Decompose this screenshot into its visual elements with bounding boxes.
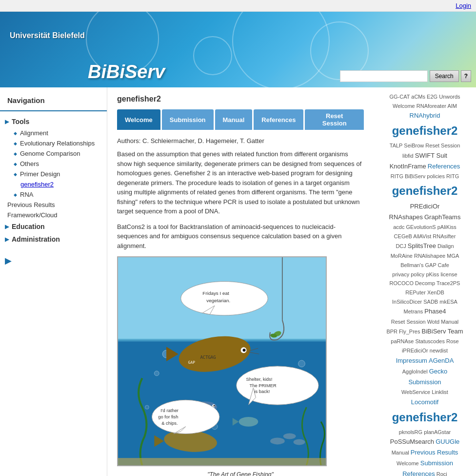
tag-license[interactable]: license bbox=[440, 271, 457, 277]
tag-splitstree[interactable]: SplitsTree bbox=[408, 242, 436, 249]
tag-previousresults[interactable]: Previous Results bbox=[411, 449, 458, 456]
tag-ipredicior[interactable]: iPREdiciOr bbox=[402, 348, 428, 353]
tag-gevolutions[interactable]: GEvolutionS bbox=[406, 224, 436, 230]
sidebar-item-administration[interactable]: ▶ Administration bbox=[0, 233, 107, 246]
tab-welcome[interactable]: Welcome bbox=[117, 109, 160, 130]
tag-gecko[interactable]: Gecko bbox=[429, 368, 448, 375]
sidebar-item-primer[interactable]: ◆ Primer Design bbox=[0, 169, 107, 179]
tag-reputer[interactable]: REPuter bbox=[405, 290, 426, 295]
tag-rococo[interactable]: ROCOCO bbox=[390, 280, 414, 286]
tag-libfid[interactable]: libfid bbox=[402, 153, 414, 159]
help-button[interactable]: ? bbox=[461, 70, 471, 82]
tag-rnashapes[interactable]: RNAshapes bbox=[389, 213, 423, 221]
tag-palikiss[interactable]: pAliKiss bbox=[437, 224, 456, 230]
tag-phase4[interactable]: Phase4 bbox=[424, 308, 446, 315]
tag-newdist[interactable]: newdist bbox=[430, 348, 448, 353]
sidebar-item-genefisher[interactable]: genefisher2 bbox=[0, 179, 107, 189]
tag-e2g[interactable]: E2G bbox=[427, 94, 437, 100]
tag-genefisher3[interactable]: genefisher2 bbox=[392, 411, 458, 424]
sidebar-item-genome[interactable]: ◆ Genome Comparison bbox=[0, 148, 107, 159]
sidebar-item-framework[interactable]: Framework/Cloud bbox=[0, 210, 107, 220]
sidebar-expand-button[interactable]: ▶ bbox=[0, 246, 107, 269]
tag-resetsession2[interactable]: Reset Session bbox=[391, 319, 426, 325]
tag-dcj[interactable]: DCJ bbox=[396, 243, 406, 249]
tag-bellmans[interactable]: Bellman's GAP Cafe bbox=[400, 262, 449, 268]
tag-knotinframe[interactable]: KnotInFrame bbox=[390, 163, 426, 170]
tag-pknolsrg[interactable]: pknolsRG bbox=[399, 429, 422, 435]
tag-decomp[interactable]: Decomp bbox=[415, 280, 435, 286]
tag-welcome1[interactable]: Welcome bbox=[393, 103, 415, 109]
tag-genefisher2[interactable]: genefisher2 bbox=[392, 184, 458, 197]
tag-seibrow[interactable]: SeiBrow bbox=[404, 143, 424, 148]
tag-rnalishapee[interactable]: RNAlishapee bbox=[414, 253, 445, 259]
sidebar-item-tools[interactable]: ▶ Tools bbox=[0, 115, 107, 128]
tag-roci[interactable]: Roci bbox=[436, 471, 447, 476]
tag-manual2[interactable]: Manual bbox=[392, 450, 409, 455]
tag-allavist[interactable]: AllAVist bbox=[413, 233, 431, 239]
tag-predicior1[interactable]: PREdiciOr bbox=[410, 203, 440, 210]
tag-swiftsuit[interactable]: SWIFT Suit bbox=[415, 152, 447, 159]
tag-ggcat[interactable]: GG-CAT bbox=[389, 94, 410, 100]
tag-cegeb[interactable]: CEGeB bbox=[394, 233, 412, 239]
tag-agglomodel[interactable]: AggloIndel bbox=[402, 369, 428, 374]
tab-submission[interactable]: Submission bbox=[162, 109, 214, 130]
tag-mkesa[interactable]: mkESA bbox=[439, 299, 457, 305]
tag-locomotif[interactable]: Locomotif bbox=[411, 398, 438, 406]
tag-bibiserv-team[interactable]: BiBiServ Team bbox=[422, 328, 463, 335]
tag-graphteams[interactable]: GraphTeams bbox=[424, 213, 460, 221]
tag-possumsearch1[interactable]: PoSSuMsearch bbox=[390, 438, 434, 445]
tag-bibiserv-policies[interactable]: BiBiServ policies bbox=[405, 173, 445, 179]
tag-statuscodes[interactable]: Statuscodes bbox=[415, 338, 445, 344]
tag-moraine[interactable]: MoRAine bbox=[391, 253, 413, 259]
tag-rose[interactable]: Rose bbox=[446, 338, 459, 344]
tag-aim[interactable]: AIM bbox=[447, 103, 457, 109]
search-input[interactable] bbox=[340, 70, 428, 82]
tag-references2[interactable]: References bbox=[402, 470, 435, 476]
tag-rnahybrid[interactable]: RNAhybrid bbox=[410, 112, 440, 119]
tag-welcome2[interactable]: Welcome bbox=[397, 460, 419, 466]
tab-reset-session[interactable]: Reset Session bbox=[305, 109, 364, 130]
sidebar-item-rna[interactable]: ◆ RNA bbox=[0, 189, 107, 200]
tag-bpr[interactable]: BPR bbox=[386, 329, 397, 334]
tag-references1[interactable]: References bbox=[428, 163, 460, 170]
tag-submission2[interactable]: Submission bbox=[420, 459, 453, 467]
tag-unwords[interactable]: Unwords bbox=[439, 94, 460, 100]
sidebar-item-others[interactable]: ◆ Others bbox=[0, 159, 107, 169]
tag-agendа[interactable]: AGenDA bbox=[429, 357, 454, 364]
tag-ritg2[interactable]: RITG bbox=[446, 173, 459, 179]
tag-sadb[interactable]: SADB bbox=[423, 299, 438, 305]
tag-wotd[interactable]: Wotd bbox=[427, 319, 439, 325]
tag-rnasifter[interactable]: RNAsifter bbox=[433, 233, 456, 239]
tag-manual1[interactable]: Manual bbox=[441, 319, 458, 325]
tag-ritg1[interactable]: RITG bbox=[391, 173, 403, 179]
tag-impressum[interactable]: Impressum bbox=[396, 357, 427, 364]
tag-metrans[interactable]: Metrans bbox=[404, 309, 423, 314]
tag-xendb[interactable]: XenDB bbox=[427, 290, 444, 295]
tag-privacypolicy[interactable]: privacy policy bbox=[392, 271, 424, 277]
login-link[interactable]: Login bbox=[456, 2, 471, 9]
tab-references[interactable]: References bbox=[254, 109, 303, 130]
tag-acms[interactable]: aCMs bbox=[411, 94, 425, 100]
tag-guugle[interactable]: GUUGle bbox=[436, 438, 459, 445]
tag-insilicodicer[interactable]: InSilicoDicer bbox=[392, 299, 422, 305]
tag-pkiss[interactable]: pKiss bbox=[426, 271, 439, 277]
tag-dialign[interactable]: Dialign bbox=[437, 243, 454, 249]
tag-talp[interactable]: TALP bbox=[390, 143, 403, 148]
search-button[interactable]: Search bbox=[430, 70, 459, 82]
tag-trace2ps[interactable]: Trace2PS bbox=[436, 280, 460, 286]
tag-parnase[interactable]: paRNAse bbox=[391, 338, 414, 344]
tab-manual[interactable]: Manual bbox=[215, 109, 253, 130]
sidebar-item-evolutionary[interactable]: ◆ Evolutionary Relationships bbox=[0, 138, 107, 148]
tag-resetsession1[interactable]: Reset Session bbox=[425, 143, 460, 148]
sidebar-item-education[interactable]: ▶ Education bbox=[0, 220, 107, 233]
tag-planagstar[interactable]: planAGstar bbox=[424, 429, 451, 435]
tag-genefisher1[interactable]: genefisher2 bbox=[392, 124, 458, 137]
sidebar-item-alignment[interactable]: ◆ Alignment bbox=[0, 128, 107, 138]
tag-acdc[interactable]: acdc bbox=[393, 224, 404, 230]
sidebar-item-previous[interactable]: Previous Results bbox=[0, 200, 107, 210]
tag-webservice[interactable]: WebService Linklist bbox=[401, 389, 448, 395]
tag-flypres[interactable]: Fly_Pres bbox=[399, 329, 420, 334]
tag-submission1[interactable]: Submission bbox=[408, 378, 441, 386]
tag-rnaforeater[interactable]: RNAforeater bbox=[416, 103, 446, 109]
tag-mga[interactable]: MGA bbox=[447, 253, 459, 259]
